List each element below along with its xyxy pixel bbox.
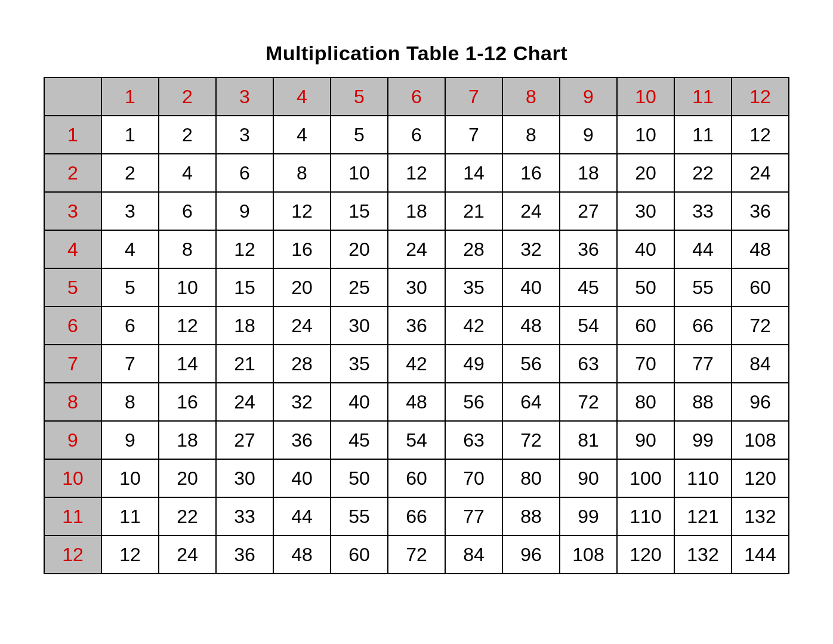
cell: 3 (101, 192, 159, 230)
cell: 30 (216, 459, 273, 497)
col-header: 3 (216, 78, 273, 116)
cell: 44 (674, 230, 732, 268)
cell: 48 (732, 230, 789, 268)
row-header: 7 (44, 345, 101, 383)
table-row: 11 11 22 33 44 55 66 77 88 99 110 121 13… (44, 497, 789, 535)
cell: 36 (560, 230, 617, 268)
cell: 8 (502, 116, 560, 154)
cell: 72 (502, 421, 560, 459)
cell: 5 (331, 116, 388, 154)
row-header: 3 (44, 192, 101, 230)
cell: 14 (159, 345, 216, 383)
cell: 36 (216, 535, 273, 574)
table-row: 3 3 6 9 12 15 18 21 24 27 30 33 36 (44, 192, 789, 230)
cell: 49 (445, 345, 502, 383)
cell: 12 (273, 192, 331, 230)
table-body: 1 1 2 3 4 5 6 7 8 9 10 11 12 2 2 4 6 8 1… (44, 116, 789, 574)
cell: 4 (101, 230, 159, 268)
cell: 30 (331, 306, 388, 345)
cell: 10 (331, 154, 388, 192)
cell: 18 (216, 306, 273, 345)
col-header: 9 (560, 78, 617, 116)
cell: 3 (216, 116, 273, 154)
cell: 16 (159, 383, 216, 421)
cell: 22 (159, 497, 216, 535)
cell: 18 (388, 192, 445, 230)
cell: 144 (732, 535, 789, 574)
cell: 24 (273, 306, 331, 345)
cell: 48 (388, 383, 445, 421)
cell: 99 (560, 497, 617, 535)
cell: 60 (388, 459, 445, 497)
cell: 22 (674, 154, 732, 192)
table-row: 4 4 8 12 16 20 24 28 32 36 40 44 48 (44, 230, 789, 268)
table-row: 7 7 14 21 28 35 42 49 56 63 70 77 84 (44, 345, 789, 383)
row-header: 2 (44, 154, 101, 192)
cell: 108 (732, 421, 789, 459)
cell: 120 (617, 535, 674, 574)
cell: 8 (101, 383, 159, 421)
multiplication-table: 1 2 3 4 5 6 7 8 9 10 11 12 1 1 2 3 4 5 6… (44, 77, 789, 574)
cell: 21 (445, 192, 502, 230)
cell: 6 (159, 192, 216, 230)
col-header: 1 (101, 78, 159, 116)
cell: 56 (502, 345, 560, 383)
cell: 18 (560, 154, 617, 192)
cell: 27 (560, 192, 617, 230)
cell: 100 (617, 459, 674, 497)
col-header: 4 (273, 78, 331, 116)
cell: 9 (560, 116, 617, 154)
col-header: 7 (445, 78, 502, 116)
cell: 42 (388, 345, 445, 383)
cell: 80 (617, 383, 674, 421)
cell: 63 (445, 421, 502, 459)
cell: 84 (732, 345, 789, 383)
cell: 12 (388, 154, 445, 192)
cell: 121 (674, 497, 732, 535)
cell: 72 (732, 306, 789, 345)
cell: 20 (617, 154, 674, 192)
cell: 55 (674, 268, 732, 306)
cell: 24 (388, 230, 445, 268)
cell: 33 (674, 192, 732, 230)
cell: 8 (159, 230, 216, 268)
cell: 8 (273, 154, 331, 192)
cell: 40 (502, 268, 560, 306)
cell: 9 (101, 421, 159, 459)
cell: 4 (159, 154, 216, 192)
cell: 7 (101, 345, 159, 383)
cell: 15 (331, 192, 388, 230)
cell: 24 (732, 154, 789, 192)
cell: 32 (273, 383, 331, 421)
cell: 108 (560, 535, 617, 574)
col-header: 10 (617, 78, 674, 116)
row-header: 9 (44, 421, 101, 459)
cell: 70 (445, 459, 502, 497)
cell: 90 (560, 459, 617, 497)
cell: 54 (560, 306, 617, 345)
cell: 24 (159, 535, 216, 574)
cell: 88 (674, 383, 732, 421)
cell: 5 (101, 268, 159, 306)
col-header: 5 (331, 78, 388, 116)
chart-title: Multiplication Table 1-12 Chart (266, 42, 567, 65)
cell: 35 (331, 345, 388, 383)
cell: 77 (674, 345, 732, 383)
table-row: 10 10 20 30 40 50 60 70 80 90 100 110 12… (44, 459, 789, 497)
col-header: 6 (388, 78, 445, 116)
cell: 132 (674, 535, 732, 574)
cell: 60 (732, 268, 789, 306)
cell: 16 (502, 154, 560, 192)
row-header: 12 (44, 535, 101, 574)
cell: 20 (159, 459, 216, 497)
table-row: 9 9 18 27 36 45 54 63 72 81 90 99 108 (44, 421, 789, 459)
cell: 24 (502, 192, 560, 230)
cell: 16 (273, 230, 331, 268)
cell: 20 (331, 230, 388, 268)
cell: 64 (502, 383, 560, 421)
cell: 36 (388, 306, 445, 345)
cell: 27 (216, 421, 273, 459)
corner-cell (44, 78, 101, 116)
cell: 80 (502, 459, 560, 497)
cell: 96 (502, 535, 560, 574)
